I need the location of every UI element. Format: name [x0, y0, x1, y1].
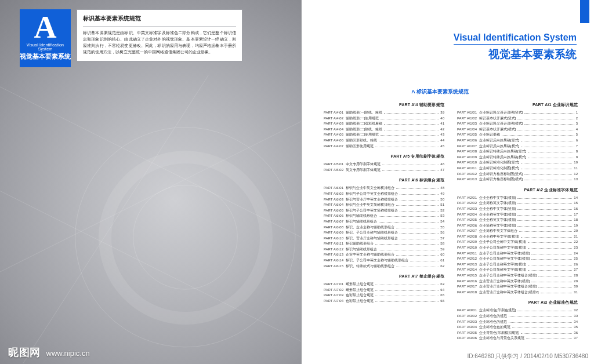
toc-row: PART A\6\09标识、子公司全称与辅助线形组合56	[324, 230, 444, 236]
toc-page: 55	[440, 225, 444, 231]
toc-code: PART A\6\12	[324, 247, 343, 253]
left-footer: 昵图网 www.nipic.cn	[8, 345, 90, 359]
toc-label: 企业标识释义设计说明[横式]	[479, 121, 523, 127]
toc-code: PART A\2\15	[457, 273, 477, 279]
toc-row: PART A\3\02企业标准色的规范33	[457, 314, 578, 319]
toc-label: 企业营业厅全称中英文字体[横排]	[479, 279, 530, 285]
toc-code: PART A\2\09	[457, 239, 477, 245]
toc-leader-dots	[519, 231, 572, 232]
toc-leader-dots	[396, 255, 439, 256]
toc-label: 企业子公司全称中英文字体组合[横排]	[479, 273, 537, 279]
toc-section: PART A\3 企业标准色规范PART A\3\01企业标准色[印刷色规范]3…	[457, 300, 578, 341]
toc-code: PART A\2\03	[457, 206, 477, 212]
toc-leader-dots	[517, 198, 572, 199]
toc-label: 标识辅助线形组合	[346, 241, 374, 247]
svg-line-2	[0, 191, 301, 341]
toc-page: 54	[440, 219, 444, 225]
toc-code: PART A\2\05	[457, 217, 477, 223]
toc-row: PART A\2\01企业全称中文字体[横排]14	[457, 195, 578, 201]
toc-code: PART A\3\05	[457, 330, 477, 336]
brand-name: 昵图网	[8, 345, 41, 359]
toc-label: 标识基本状开展式[竖式]	[479, 116, 516, 122]
toc-code: PART A\6\02	[324, 191, 343, 197]
toc-page: 5	[576, 132, 578, 138]
toc-code: PART A\1\06	[457, 138, 477, 144]
toc-leader-dots	[381, 119, 439, 119]
toc-row: PART A\2\14企业子公司简称英文字体[横排]27	[457, 267, 578, 273]
toc-row: PART A\2\03企业全称中文字体[竖排]16	[457, 206, 578, 212]
toc-leader-dots	[379, 141, 439, 141]
toc-leader-dots	[521, 333, 572, 334]
toc: PART A\4 辅助要形规范PART A\4\01辅助线形[一]彩线、粗线39…	[324, 100, 578, 347]
toc-row: PART A\1\03企业标识释义设计说明[横式]3	[457, 121, 578, 127]
toc-page: 18	[574, 217, 578, 223]
toc-row: PART A\2\09企业子公司全称中文字体[横排]22	[457, 239, 578, 245]
toc-label: 辅助区形彩线、粗线	[346, 138, 377, 144]
toc-row: PART A\7\02断形禁止组合规范64	[324, 287, 444, 293]
toc-code: PART A\6\14	[324, 258, 343, 264]
svg-line-0	[0, 87, 301, 237]
toc-row: PART A\2\17企业营业厅全称中英文字体组合[横排]30	[457, 284, 578, 290]
toc-code: PART A\6\03	[324, 197, 343, 203]
toc-code: PART A\7\03	[324, 293, 343, 299]
toc-row: PART A\4\02辅助线形[一]使用规范40	[324, 116, 444, 122]
toc-page: 34	[574, 319, 578, 325]
toc-label: 企业中英文全称与辅助线形组合	[346, 252, 394, 258]
toc-leader-dots	[526, 338, 572, 339]
toc-leader-dots	[375, 290, 439, 291]
toc-page: 29	[574, 279, 578, 285]
toc-row: PART A\4\05辅助线形[二]使用规范43	[324, 132, 444, 138]
toc-page: 4	[576, 127, 578, 133]
toc-page: 8	[576, 149, 578, 155]
toc-page: 65	[440, 293, 444, 299]
toc-label: 断形禁止组合规范	[346, 287, 374, 293]
toc-code: PART A\7\04	[324, 299, 343, 304]
toc-label: 企业全称中英文字体[横排]	[479, 234, 519, 240]
toc-code: PART A\2\12	[457, 256, 477, 262]
toc-page: 12	[574, 172, 578, 177]
toc-page: 46	[440, 162, 444, 168]
toc-label: 标识、特殊款式与辅助线形组合	[346, 264, 394, 270]
toc-page: 62	[440, 264, 444, 270]
toc-page: 19	[574, 223, 578, 229]
toc-leader-dots	[379, 222, 439, 223]
toc-label: 色彩禁止组合规范	[346, 299, 374, 304]
toc-section-head: PART A\5 专用印刷字体规范	[324, 154, 444, 159]
toc-leader-dots	[396, 188, 439, 189]
svg-line-3	[23, 75, 208, 363]
toc-page: 13	[574, 177, 578, 183]
toc-leader-dots	[528, 248, 572, 249]
toc-leader-dots	[528, 158, 574, 158]
toc-code: PART A\3\03	[457, 319, 477, 325]
toc-leader-dots	[521, 141, 574, 141]
toc-code: PART A\6\07	[324, 219, 343, 225]
toc-row: PART A\2\05企业全称英文字体[横排]18	[457, 217, 578, 223]
toc-page: 32	[574, 308, 578, 314]
toc-label: 断形禁止组合规范	[346, 282, 374, 287]
toc-label: 企业标识反白效果稿[横式]	[479, 144, 519, 150]
toc-page: 39	[440, 110, 444, 116]
toc-leader-dots	[384, 113, 439, 114]
toc-leader-dots	[396, 205, 439, 206]
toc-section: PART A\6 标识组合规范PART A\6\01标识与企业中英文全称横排组合…	[324, 177, 444, 269]
toc-row: PART A\5\01中文专用印刷字体规范46	[324, 162, 444, 168]
toc-page: 52	[440, 208, 444, 214]
toc-leader-dots	[379, 216, 439, 217]
toc-page: 59	[440, 247, 444, 253]
toc-page: 66	[440, 299, 444, 304]
toc-page: 26	[574, 262, 578, 268]
toc-col-right: PART A\1 企业标识规范PART A\1\01企业标识释义设计说明[竖式]…	[457, 100, 578, 347]
left-page: A Visual Identification System 视觉基本要素系统 …	[0, 0, 302, 364]
toc-code: PART A\6\11	[324, 241, 343, 247]
toc-code: PART A\4\06	[324, 138, 343, 144]
toc-row: PART A\6\01标识与企业中英文全称横排组合48	[324, 185, 444, 191]
toc-leader-dots	[517, 226, 572, 227]
toc-label: 企业标准色色的规范	[479, 325, 510, 330]
badge-cn: 视觉基本要素系统	[20, 52, 71, 61]
toc-row: PART A\1\09企业标识特殊反白效果稿[横式]9	[457, 155, 578, 161]
toc-label: 企业标识特殊反白效果稿[竖式]	[479, 149, 526, 155]
toc-row: PART A\6\03标识与营业厅中英文全称横排组合50	[324, 197, 444, 203]
toc-leader-dots	[379, 250, 439, 250]
toc-code: PART A\3\01	[457, 308, 477, 314]
toc-leader-dots	[517, 209, 572, 210]
